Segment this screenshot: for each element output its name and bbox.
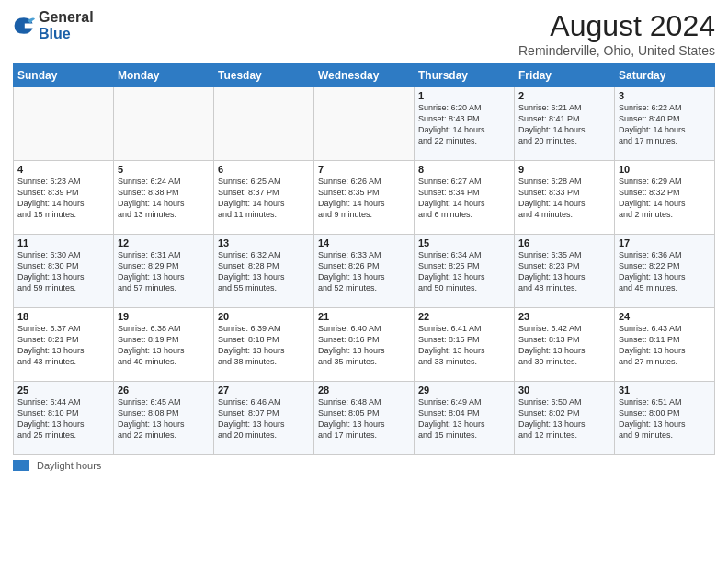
footer: Daylight hours [13,460,715,471]
day-info: Sunrise: 6:26 AMSunset: 8:35 PMDaylight:… [318,176,410,221]
day-info: Sunrise: 6:27 AMSunset: 8:34 PMDaylight:… [418,176,510,221]
day-info: Sunrise: 6:51 AMSunset: 8:00 PMDaylight:… [619,396,711,442]
day-info: Sunrise: 6:33 AMSunset: 8:26 PMDaylight:… [318,249,410,294]
calendar-cell: 9Sunrise: 6:28 AMSunset: 8:33 PMDaylight… [515,161,615,235]
day-info: Sunrise: 6:22 AMSunset: 8:40 PMDaylight:… [619,102,711,147]
calendar-cell: 20Sunrise: 6:39 AMSunset: 8:18 PMDayligh… [214,308,314,382]
logo-blue-text: Blue [39,26,71,41]
day-info: Sunrise: 6:40 AMSunset: 8:16 PMDaylight:… [318,323,410,368]
calendar-cell: 5Sunrise: 6:24 AMSunset: 8:38 PMDaylight… [114,161,214,235]
day-number: 1 [418,90,510,101]
calendar-cell: 28Sunrise: 6:48 AMSunset: 8:05 PMDayligh… [314,382,415,455]
calendar-cell [314,87,415,161]
calendar-cell: 11Sunrise: 6:30 AMSunset: 8:30 PMDayligh… [14,235,114,308]
page-container: General Blue August 2024 Reminderville, … [0,0,728,563]
day-info: Sunrise: 6:46 AMSunset: 8:07 PMDaylight:… [218,396,310,442]
day-info: Sunrise: 6:50 AMSunset: 8:02 PMDaylight:… [518,396,610,442]
day-number: 28 [318,385,410,396]
calendar-cell: 3Sunrise: 6:22 AMSunset: 8:40 PMDaylight… [615,87,715,161]
day-info: Sunrise: 6:37 AMSunset: 8:21 PMDaylight:… [17,323,109,368]
day-info: Sunrise: 6:49 AMSunset: 8:04 PMDaylight:… [418,396,510,442]
calendar-day-header: Friday [515,64,615,87]
day-number: 12 [118,237,210,248]
day-number: 14 [318,237,410,248]
calendar-cell [214,87,314,161]
day-info: Sunrise: 6:31 AMSunset: 8:29 PMDaylight:… [118,249,210,294]
day-number: 5 [118,164,210,175]
calendar-week-row: 18Sunrise: 6:37 AMSunset: 8:21 PMDayligh… [14,308,715,382]
calendar-cell: 25Sunrise: 6:44 AMSunset: 8:10 PMDayligh… [14,382,114,455]
day-number: 10 [619,164,711,175]
calendar-day-header: Thursday [415,64,515,87]
calendar-cell [14,87,114,161]
day-info: Sunrise: 6:35 AMSunset: 8:23 PMDaylight:… [518,249,610,294]
logo-text: General Blue [39,9,94,41]
location: Reminderville, Ohio, United States [518,43,715,58]
calendar-cell: 30Sunrise: 6:50 AMSunset: 8:02 PMDayligh… [515,382,615,455]
day-number: 22 [418,311,510,322]
day-info: Sunrise: 6:28 AMSunset: 8:33 PMDaylight:… [518,176,610,221]
calendar-cell: 24Sunrise: 6:43 AMSunset: 8:11 PMDayligh… [615,308,715,382]
day-number: 8 [418,164,510,175]
calendar-cell: 15Sunrise: 6:34 AMSunset: 8:25 PMDayligh… [415,235,515,308]
day-number: 31 [619,385,711,396]
calendar-cell: 10Sunrise: 6:29 AMSunset: 8:32 PMDayligh… [615,161,715,235]
day-info: Sunrise: 6:45 AMSunset: 8:08 PMDaylight:… [118,396,210,442]
calendar-cell: 27Sunrise: 6:46 AMSunset: 8:07 PMDayligh… [214,382,314,455]
day-info: Sunrise: 6:43 AMSunset: 8:11 PMDaylight:… [619,323,711,368]
day-number: 23 [518,311,610,322]
header: General Blue August 2024 Reminderville, … [13,9,715,58]
calendar-table: SundayMondayTuesdayWednesdayThursdayFrid… [13,63,715,455]
calendar-header-row: SundayMondayTuesdayWednesdayThursdayFrid… [14,64,715,87]
month-year: August 2024 [518,9,715,43]
day-number: 20 [218,311,310,322]
day-number: 16 [518,237,610,248]
legend-color-box [13,460,29,471]
calendar-week-row: 25Sunrise: 6:44 AMSunset: 8:10 PMDayligh… [14,382,715,455]
day-info: Sunrise: 6:36 AMSunset: 8:22 PMDaylight:… [619,249,711,294]
legend-label: Daylight hours [37,460,101,471]
calendar-cell: 6Sunrise: 6:25 AMSunset: 8:37 PMDaylight… [214,161,314,235]
calendar-cell: 7Sunrise: 6:26 AMSunset: 8:35 PMDaylight… [314,161,415,235]
day-info: Sunrise: 6:41 AMSunset: 8:15 PMDaylight:… [418,323,510,368]
calendar-day-header: Tuesday [214,64,314,87]
day-info: Sunrise: 6:20 AMSunset: 8:43 PMDaylight:… [418,102,510,147]
day-info: Sunrise: 6:34 AMSunset: 8:25 PMDaylight:… [418,249,510,294]
day-number: 4 [17,164,109,175]
calendar-cell: 23Sunrise: 6:42 AMSunset: 8:13 PMDayligh… [515,308,615,382]
day-number: 11 [17,237,109,248]
title-block: August 2024 Reminderville, Ohio, United … [518,9,715,58]
day-number: 15 [418,237,510,248]
day-number: 19 [118,311,210,322]
day-number: 7 [318,164,410,175]
calendar-cell: 4Sunrise: 6:23 AMSunset: 8:39 PMDaylight… [14,161,114,235]
day-number: 27 [218,385,310,396]
day-info: Sunrise: 6:25 AMSunset: 8:37 PMDaylight:… [218,176,310,221]
day-number: 3 [619,90,711,101]
calendar-day-header: Wednesday [314,64,415,87]
calendar-week-row: 4Sunrise: 6:23 AMSunset: 8:39 PMDaylight… [14,161,715,235]
day-number: 18 [17,311,109,322]
day-number: 26 [118,385,210,396]
day-number: 17 [619,237,711,248]
day-number: 6 [218,164,310,175]
day-number: 2 [518,90,610,101]
day-info: Sunrise: 6:48 AMSunset: 8:05 PMDaylight:… [318,396,410,442]
day-info: Sunrise: 6:30 AMSunset: 8:30 PMDaylight:… [17,249,109,294]
calendar-cell: 19Sunrise: 6:38 AMSunset: 8:19 PMDayligh… [114,308,214,382]
calendar-week-row: 1Sunrise: 6:20 AMSunset: 8:43 PMDaylight… [14,87,715,161]
day-number: 13 [218,237,310,248]
day-info: Sunrise: 6:39 AMSunset: 8:18 PMDaylight:… [218,323,310,368]
logo: General Blue [13,9,94,41]
calendar-week-row: 11Sunrise: 6:30 AMSunset: 8:30 PMDayligh… [14,235,715,308]
day-info: Sunrise: 6:24 AMSunset: 8:38 PMDaylight:… [118,176,210,221]
day-number: 24 [619,311,711,322]
day-number: 21 [318,311,410,322]
day-number: 29 [418,385,510,396]
calendar-cell: 29Sunrise: 6:49 AMSunset: 8:04 PMDayligh… [415,382,515,455]
calendar-cell: 8Sunrise: 6:27 AMSunset: 8:34 PMDaylight… [415,161,515,235]
calendar-cell: 14Sunrise: 6:33 AMSunset: 8:26 PMDayligh… [314,235,415,308]
day-info: Sunrise: 6:23 AMSunset: 8:39 PMDaylight:… [17,176,109,221]
calendar-cell: 13Sunrise: 6:32 AMSunset: 8:28 PMDayligh… [214,235,314,308]
day-info: Sunrise: 6:38 AMSunset: 8:19 PMDaylight:… [118,323,210,368]
